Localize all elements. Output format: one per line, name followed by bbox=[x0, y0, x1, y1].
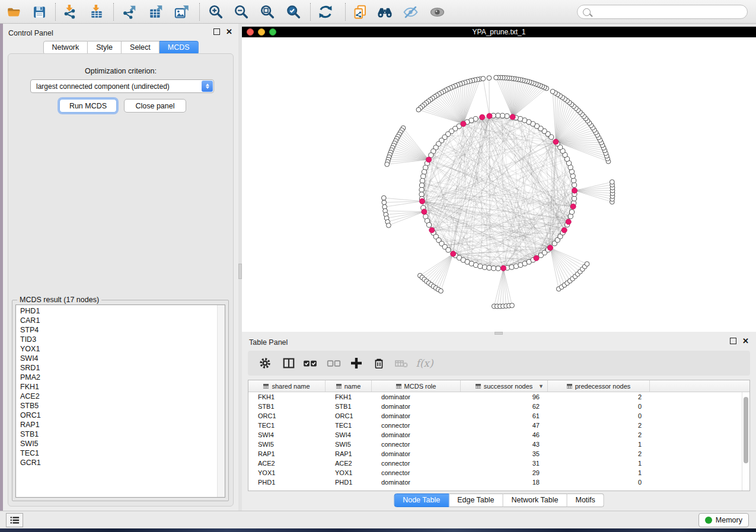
tab-style[interactable]: Style bbox=[88, 41, 122, 55]
add-column-icon[interactable] bbox=[347, 355, 365, 371]
column-header-predecessor-nodes[interactable]: predecessor nodes bbox=[548, 380, 650, 392]
graph-node[interactable] bbox=[482, 265, 487, 270]
table-row[interactable]: SWI5SWI5connector431 bbox=[248, 440, 742, 449]
graph-dominator-node[interactable] bbox=[566, 219, 571, 225]
table-row[interactable]: RAP1RAP1dominator352 bbox=[248, 449, 742, 459]
control-panel-close-icon[interactable]: ✕ bbox=[226, 28, 232, 35]
mcds-result-item[interactable]: TID3 bbox=[16, 335, 216, 344]
network-window-titlebar[interactable]: YPA_prune.txt_1 bbox=[242, 27, 756, 37]
mcds-result-item[interactable]: RAP1 bbox=[16, 420, 216, 430]
export-network-icon[interactable] bbox=[120, 3, 138, 21]
mcds-result-list[interactable]: PHD1CAR1STP4TID3YOX1SWI4SRD1PMA2FKH1ACE2… bbox=[15, 305, 225, 498]
graph-node[interactable] bbox=[419, 187, 424, 192]
graph-node[interactable] bbox=[473, 262, 478, 267]
graph-node[interactable] bbox=[478, 264, 483, 268]
graph-node[interactable] bbox=[572, 182, 576, 187]
mcds-result-item[interactable]: STP4 bbox=[16, 325, 216, 335]
column-header-MCDS-role[interactable]: MCDS role bbox=[372, 380, 461, 392]
graph-node[interactable] bbox=[487, 76, 492, 81]
memory-button[interactable]: Memory bbox=[698, 513, 749, 527]
table-row[interactable]: TEC1TEC1connector472 bbox=[248, 421, 742, 430]
table-row[interactable]: ACE2ACE2connector311 bbox=[248, 459, 742, 468]
graph-dominator-node[interactable] bbox=[572, 188, 577, 193]
graph-node[interactable] bbox=[446, 248, 451, 252]
graph-dominator-node[interactable] bbox=[487, 113, 492, 118]
graph-node[interactable] bbox=[500, 113, 505, 118]
tab-select[interactable]: Select bbox=[122, 41, 160, 55]
table-scrollbar-thumb[interactable] bbox=[744, 397, 748, 463]
graph-node[interactable] bbox=[509, 265, 514, 270]
select-all-icon[interactable] bbox=[301, 355, 319, 371]
table-settings-icon[interactable] bbox=[256, 355, 274, 371]
graph-node[interactable] bbox=[487, 265, 492, 270]
deselect-all-icon[interactable] bbox=[325, 355, 343, 371]
graph-node[interactable] bbox=[381, 196, 386, 200]
network-canvas[interactable] bbox=[242, 37, 756, 332]
graph-dominator-node[interactable] bbox=[500, 265, 506, 271]
tab-node-table[interactable]: Node Table bbox=[394, 493, 449, 507]
tab-mcds[interactable]: MCDS bbox=[160, 41, 199, 55]
table-row[interactable]: STB1STB1dominator620 bbox=[248, 402, 742, 411]
graph-node[interactable] bbox=[387, 223, 391, 228]
mcds-result-item[interactable]: GCR1 bbox=[16, 458, 216, 467]
graph-node[interactable] bbox=[550, 89, 555, 94]
graph-node[interactable] bbox=[585, 262, 589, 267]
graph-node[interactable] bbox=[382, 200, 387, 205]
graph-dominator-node[interactable] bbox=[422, 209, 427, 214]
refresh-network-icon[interactable] bbox=[317, 3, 334, 21]
graph-node[interactable] bbox=[572, 178, 576, 183]
graph-dominator-node[interactable] bbox=[426, 157, 432, 162]
mcds-result-item[interactable]: PMA2 bbox=[16, 373, 216, 382]
table-panel-float-icon[interactable] bbox=[730, 338, 736, 344]
show-details-icon[interactable] bbox=[428, 3, 446, 21]
import-table-icon[interactable] bbox=[88, 3, 106, 21]
mcds-result-item[interactable]: STB5 bbox=[16, 401, 216, 411]
graph-node[interactable] bbox=[416, 107, 421, 112]
graph-dominator-node[interactable] bbox=[534, 255, 539, 261]
import-network-icon[interactable] bbox=[61, 3, 79, 21]
mcds-result-scrollbar[interactable] bbox=[217, 305, 225, 497]
delete-column-icon[interactable] bbox=[370, 355, 388, 371]
table-panel-close-icon[interactable]: ✕ bbox=[742, 338, 749, 344]
mcds-result-item[interactable]: STB1 bbox=[16, 430, 216, 439]
zoom-in-icon[interactable] bbox=[207, 3, 225, 21]
graph-node[interactable] bbox=[518, 117, 522, 121]
graph-node[interactable] bbox=[481, 76, 486, 81]
graph-dominator-node[interactable] bbox=[562, 227, 567, 233]
column-header-name[interactable]: name bbox=[326, 380, 372, 392]
graph-node[interactable] bbox=[513, 264, 518, 268]
table-row[interactable]: ORC1ORC1dominator610 bbox=[248, 411, 742, 421]
graph-node[interactable] bbox=[570, 174, 575, 178]
graph-node[interactable] bbox=[420, 178, 425, 183]
open-session-icon[interactable] bbox=[5, 3, 23, 21]
graph-node[interactable] bbox=[439, 289, 444, 293]
close-panel-button[interactable]: Close panel bbox=[124, 99, 186, 113]
tab-network[interactable]: Network bbox=[43, 41, 88, 55]
graph-node[interactable] bbox=[505, 114, 509, 118]
graph-node[interactable] bbox=[610, 180, 614, 184]
tab-edge-table[interactable]: Edge Table bbox=[449, 493, 503, 507]
apply-function-icon[interactable]: f(x) bbox=[416, 355, 433, 371]
table-row[interactable]: SWI4SWI4dominator462 bbox=[248, 430, 742, 440]
table-row[interactable]: FKH1FKH1dominator962 bbox=[248, 392, 742, 402]
mcds-result-item[interactable]: SRD1 bbox=[16, 363, 216, 373]
criterion-select[interactable]: largest connected component (undirected) bbox=[30, 79, 214, 93]
mcds-result-item[interactable]: TEC1 bbox=[16, 448, 216, 458]
graph-node[interactable] bbox=[422, 169, 426, 174]
graph-dominator-node[interactable] bbox=[510, 114, 515, 120]
graph-node[interactable] bbox=[569, 210, 574, 214]
mcds-result-item[interactable]: FKH1 bbox=[16, 382, 216, 392]
graph-dominator-node[interactable] bbox=[547, 245, 553, 251]
search-input[interactable] bbox=[577, 5, 748, 19]
graph-dominator-node[interactable] bbox=[461, 121, 466, 127]
mcds-result-item[interactable]: ORC1 bbox=[16, 411, 216, 420]
column-header-shared-name[interactable]: shared name bbox=[248, 380, 326, 392]
task-history-button[interactable] bbox=[6, 513, 23, 527]
hide-details-icon[interactable] bbox=[401, 3, 419, 21]
mcds-result-item[interactable]: SWI4 bbox=[16, 354, 216, 363]
table-scrollbar[interactable] bbox=[742, 392, 749, 491]
graph-node[interactable] bbox=[419, 183, 424, 188]
tab-network-table[interactable]: Network Table bbox=[503, 493, 567, 507]
mcds-result-item[interactable]: ACE2 bbox=[16, 392, 216, 401]
graph-node[interactable] bbox=[494, 75, 499, 80]
